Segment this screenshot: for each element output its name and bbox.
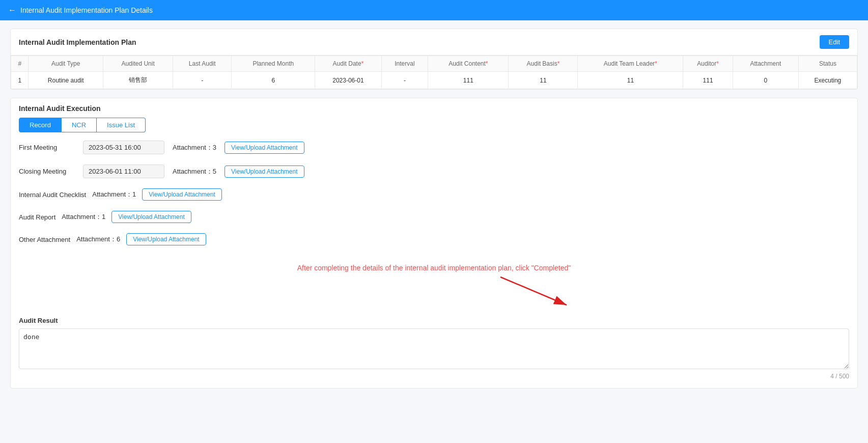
col-attachment: Attachment: [733, 56, 798, 72]
closing-meeting-attachment-label: Attachment：5: [173, 167, 216, 176]
tab-issue-list[interactable]: Issue List: [97, 118, 146, 132]
audit-result-section: Audit Result 4 / 500: [11, 317, 857, 388]
cell-planned-month: 6: [232, 72, 315, 89]
cell-status: Executing: [798, 72, 857, 89]
checklist-label: Internal Audit Checklist: [19, 191, 86, 199]
cell-audited-unit: 销售部: [103, 72, 173, 89]
audit-report-upload-btn[interactable]: View/Upload Attachment: [111, 211, 191, 223]
closing-meeting-label: Closing Meeting: [19, 168, 75, 175]
cell-last-audit: -: [173, 72, 232, 89]
other-attachment-attachment-label: Attachment：6: [76, 235, 120, 244]
audit-report-row: Audit Report Attachment：1 View/Upload At…: [19, 211, 849, 223]
checklist-row: Internal Audit Checklist Attachment：1 Vi…: [19, 188, 849, 201]
cell-audit-content: 111: [428, 72, 509, 89]
plan-section: Internal Audit Implementation Plan Edit …: [10, 29, 858, 90]
plan-section-header: Internal Audit Implementation Plan Edit: [11, 29, 857, 56]
execution-section: Internal Audit Execution Record NCR Issu…: [10, 98, 858, 389]
checklist-attachment-label: Attachment：1: [92, 190, 136, 199]
audit-report-label: Audit Report: [19, 213, 55, 221]
plan-table: # Audit Type Audited Unit Last Audit Pla…: [11, 56, 857, 89]
cell-auditor: 111: [683, 72, 733, 89]
col-team-leader: Audit Team Leader*: [578, 56, 683, 72]
tab-bar: Record NCR Issue List: [19, 118, 849, 132]
col-audit-content: Audit Content*: [428, 56, 509, 72]
page-content: Internal Audit Implementation Plan Edit …: [0, 20, 868, 443]
other-attachment-upload-btn[interactable]: View/Upload Attachment: [126, 233, 206, 245]
closing-meeting-value: 2023-06-01 11:00: [83, 164, 164, 178]
first-meeting-upload-btn[interactable]: View/Upload Attachment: [225, 142, 304, 154]
arrow-svg: [490, 272, 582, 313]
checklist-upload-btn[interactable]: View/Upload Attachment: [142, 188, 222, 201]
cell-num: 1: [11, 72, 29, 89]
record-content: First Meeting 2023-05-31 16:00 Attachmen…: [11, 132, 857, 264]
audit-result-textarea[interactable]: [19, 328, 849, 369]
cell-audit-type: Routine audit: [29, 72, 103, 89]
char-count: 4 / 500: [19, 373, 849, 380]
other-attachment-row: Other Attachment Attachment：6 View/Uploa…: [19, 233, 849, 245]
annotation-area: After completing the details of the inte…: [11, 264, 857, 317]
col-last-audit: Last Audit: [173, 56, 232, 72]
cell-team-leader: 11: [578, 72, 683, 89]
execution-header: Internal Audit Execution Record NCR Issu…: [11, 98, 857, 132]
col-audited-unit: Audited Unit: [103, 56, 173, 72]
top-bar: ← Internal Audit Implementation Plan Det…: [0, 0, 868, 20]
annotation-text: After completing the details of the inte…: [297, 264, 571, 272]
execution-title: Internal Audit Execution: [19, 104, 849, 113]
other-attachment-label: Other Attachment: [19, 236, 70, 243]
first-meeting-value: 2023-05-31 16:00: [83, 141, 164, 154]
cell-audit-date: 2023-06-01: [315, 72, 381, 89]
table-row: 1 Routine audit 销售部 - 6 2023-06-01 - 111…: [11, 72, 857, 89]
closing-meeting-row: Closing Meeting 2023-06-01 11:00 Attachm…: [19, 164, 849, 178]
first-meeting-attachment-label: Attachment：3: [173, 143, 216, 152]
cell-interval: -: [381, 72, 428, 89]
plan-section-title: Internal Audit Implementation Plan: [19, 38, 136, 46]
closing-meeting-upload-btn[interactable]: View/Upload Attachment: [225, 165, 304, 178]
svg-line-1: [500, 277, 567, 305]
audit-report-attachment-label: Attachment：1: [62, 212, 105, 222]
col-planned-month: Planned Month: [232, 56, 315, 72]
col-auditor: Auditor*: [683, 56, 733, 72]
tab-ncr[interactable]: NCR: [62, 118, 97, 132]
audit-result-label: Audit Result: [19, 317, 849, 324]
cell-attachment: 0: [733, 72, 798, 89]
page-header: ← Internal Audit Implementation Plan Det…: [8, 6, 153, 15]
tab-record[interactable]: Record: [19, 118, 62, 132]
page-title: Internal Audit Implementation Plan Detai…: [20, 6, 153, 14]
col-audit-type: Audit Type: [29, 56, 103, 72]
col-interval: Interval: [381, 56, 428, 72]
col-num: #: [11, 56, 29, 72]
col-audit-basis: Audit Basis*: [509, 56, 578, 72]
back-button[interactable]: ←: [8, 6, 16, 15]
col-audit-date: Audit Date*: [315, 56, 381, 72]
edit-button[interactable]: Edit: [820, 35, 849, 49]
cell-audit-basis: 11: [509, 72, 578, 89]
first-meeting-label: First Meeting: [19, 144, 75, 151]
col-status: Status: [798, 56, 857, 72]
first-meeting-row: First Meeting 2023-05-31 16:00 Attachmen…: [19, 141, 849, 154]
